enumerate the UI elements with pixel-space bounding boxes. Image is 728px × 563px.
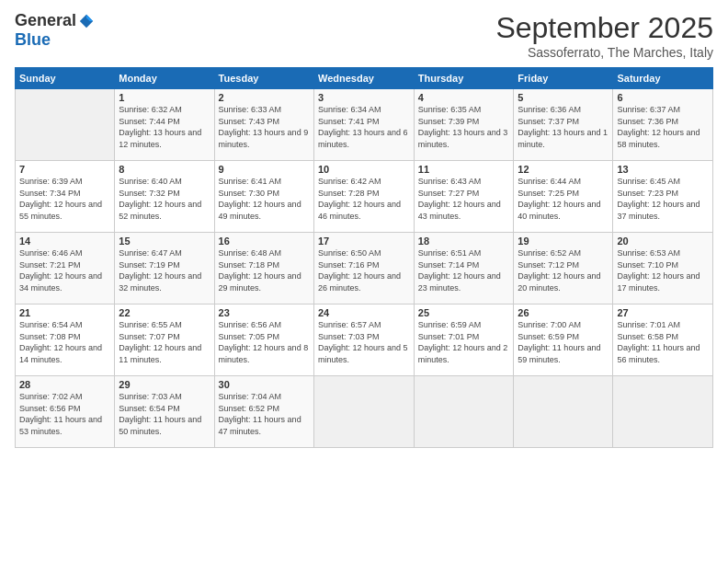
table-row: 17 Sunrise: 6:50 AM Sunset: 7:16 PM Dayl… bbox=[313, 233, 414, 304]
sunset: Sunset: 7:10 PM bbox=[617, 259, 709, 271]
day-info: Sunrise: 6:48 AM Sunset: 7:18 PM Dayligh… bbox=[219, 247, 310, 293]
daylight: Daylight: 12 hours and 40 minutes. bbox=[518, 199, 609, 222]
table-row bbox=[313, 376, 414, 448]
logo-blue: Blue bbox=[15, 30, 51, 50]
table-row: 7 Sunrise: 6:39 AM Sunset: 7:34 PM Dayli… bbox=[16, 161, 115, 233]
week-row-1: 1 Sunrise: 6:32 AM Sunset: 7:44 PM Dayli… bbox=[16, 89, 713, 161]
daylight: Daylight: 11 hours and 56 minutes. bbox=[617, 342, 709, 365]
daylight: Daylight: 12 hours and 37 minutes. bbox=[617, 199, 709, 222]
daylight: Daylight: 12 hours and 52 minutes. bbox=[119, 199, 210, 222]
sunset: Sunset: 7:16 PM bbox=[318, 259, 410, 271]
sunrise: Sunrise: 6:54 AM bbox=[19, 319, 110, 331]
day-info: Sunrise: 6:59 AM Sunset: 7:01 PM Dayligh… bbox=[418, 319, 510, 365]
sunrise: Sunrise: 6:45 AM bbox=[617, 176, 709, 188]
day-info: Sunrise: 7:02 AM Sunset: 6:56 PM Dayligh… bbox=[19, 391, 110, 437]
sunrise: Sunrise: 7:03 AM bbox=[119, 391, 210, 403]
daylight: Daylight: 11 hours and 47 minutes. bbox=[219, 414, 310, 437]
daylight: Daylight: 12 hours and 32 minutes. bbox=[119, 270, 210, 293]
sunset: Sunset: 7:03 PM bbox=[318, 331, 410, 343]
daylight: Daylight: 12 hours and 8 minutes. bbox=[219, 342, 310, 365]
table-row bbox=[16, 89, 115, 161]
table-row: 22 Sunrise: 6:55 AM Sunset: 7:07 PM Dayl… bbox=[115, 304, 214, 376]
sunrise: Sunrise: 6:53 AM bbox=[617, 247, 709, 259]
day-number: 21 bbox=[19, 307, 110, 318]
day-number: 1 bbox=[119, 92, 210, 103]
sunrise: Sunrise: 6:42 AM bbox=[318, 176, 410, 188]
logo-icon bbox=[78, 13, 95, 29]
sunrise: Sunrise: 6:37 AM bbox=[617, 104, 709, 116]
sunset: Sunset: 7:12 PM bbox=[518, 259, 609, 271]
day-info: Sunrise: 6:40 AM Sunset: 7:32 PM Dayligh… bbox=[119, 176, 210, 222]
sunset: Sunset: 6:52 PM bbox=[219, 403, 310, 415]
table-row bbox=[414, 376, 514, 448]
header-tuesday: Tuesday bbox=[214, 68, 313, 89]
day-number: 28 bbox=[19, 379, 110, 390]
sunrise: Sunrise: 6:35 AM bbox=[418, 104, 510, 116]
sunrise: Sunrise: 6:56 AM bbox=[219, 319, 310, 331]
day-number: 23 bbox=[219, 307, 310, 318]
daylight: Daylight: 13 hours and 9 minutes. bbox=[219, 127, 310, 150]
sunrise: Sunrise: 6:57 AM bbox=[318, 319, 410, 331]
sunset: Sunset: 7:01 PM bbox=[418, 331, 510, 343]
day-number: 10 bbox=[318, 164, 410, 175]
day-number: 25 bbox=[418, 307, 510, 318]
sunset: Sunset: 7:08 PM bbox=[19, 331, 110, 343]
sunrise: Sunrise: 7:00 AM bbox=[518, 319, 609, 331]
table-row: 25 Sunrise: 6:59 AM Sunset: 7:01 PM Dayl… bbox=[414, 304, 514, 376]
sunrise: Sunrise: 6:43 AM bbox=[418, 176, 510, 188]
day-info: Sunrise: 6:52 AM Sunset: 7:12 PM Dayligh… bbox=[518, 247, 609, 293]
table-row bbox=[613, 376, 713, 448]
daylight: Daylight: 12 hours and 46 minutes. bbox=[318, 199, 410, 222]
sunrise: Sunrise: 6:48 AM bbox=[219, 247, 310, 259]
sunrise: Sunrise: 6:50 AM bbox=[318, 247, 410, 259]
sunrise: Sunrise: 7:02 AM bbox=[19, 391, 110, 403]
day-info: Sunrise: 6:33 AM Sunset: 7:43 PM Dayligh… bbox=[219, 104, 310, 150]
table-row bbox=[514, 376, 613, 448]
table-row: 19 Sunrise: 6:52 AM Sunset: 7:12 PM Dayl… bbox=[514, 233, 613, 304]
table-row: 12 Sunrise: 6:44 AM Sunset: 7:25 PM Dayl… bbox=[514, 161, 613, 233]
sunset: Sunset: 7:30 PM bbox=[219, 188, 310, 200]
table-row: 6 Sunrise: 6:37 AM Sunset: 7:36 PM Dayli… bbox=[613, 89, 713, 161]
week-row-2: 7 Sunrise: 6:39 AM Sunset: 7:34 PM Dayli… bbox=[16, 161, 713, 233]
logo: General Blue bbox=[15, 11, 95, 50]
day-number: 11 bbox=[418, 164, 510, 175]
day-info: Sunrise: 6:53 AM Sunset: 7:10 PM Dayligh… bbox=[617, 247, 709, 293]
table-row: 10 Sunrise: 6:42 AM Sunset: 7:28 PM Dayl… bbox=[313, 161, 414, 233]
day-number: 12 bbox=[518, 164, 609, 175]
table-row: 28 Sunrise: 7:02 AM Sunset: 6:56 PM Dayl… bbox=[16, 376, 115, 448]
day-number: 8 bbox=[119, 164, 210, 175]
header-wednesday: Wednesday bbox=[313, 68, 414, 89]
sunrise: Sunrise: 6:34 AM bbox=[318, 104, 410, 116]
title-section: September 2025 Sassoferrato, The Marches… bbox=[495, 11, 713, 60]
table-row: 8 Sunrise: 6:40 AM Sunset: 7:32 PM Dayli… bbox=[115, 161, 214, 233]
sunset: Sunset: 7:19 PM bbox=[119, 259, 210, 271]
sunrise: Sunrise: 6:51 AM bbox=[418, 247, 510, 259]
day-info: Sunrise: 7:01 AM Sunset: 6:58 PM Dayligh… bbox=[617, 319, 709, 365]
header-friday: Friday bbox=[514, 68, 613, 89]
sunset: Sunset: 7:37 PM bbox=[518, 116, 609, 128]
day-info: Sunrise: 6:36 AM Sunset: 7:37 PM Dayligh… bbox=[518, 104, 609, 150]
sunrise: Sunrise: 7:04 AM bbox=[219, 391, 310, 403]
month-title: September 2025 bbox=[495, 11, 713, 45]
day-info: Sunrise: 6:57 AM Sunset: 7:03 PM Dayligh… bbox=[318, 319, 410, 365]
day-number: 15 bbox=[119, 236, 210, 247]
day-info: Sunrise: 6:46 AM Sunset: 7:21 PM Dayligh… bbox=[19, 247, 110, 293]
day-info: Sunrise: 6:41 AM Sunset: 7:30 PM Dayligh… bbox=[219, 176, 310, 222]
day-number: 24 bbox=[318, 307, 410, 318]
day-info: Sunrise: 6:37 AM Sunset: 7:36 PM Dayligh… bbox=[617, 104, 709, 150]
page-header: General Blue September 2025 Sassoferrato… bbox=[15, 11, 713, 60]
sunrise: Sunrise: 6:55 AM bbox=[119, 319, 210, 331]
table-row: 1 Sunrise: 6:32 AM Sunset: 7:44 PM Dayli… bbox=[115, 89, 214, 161]
day-number: 6 bbox=[617, 92, 709, 103]
daylight: Daylight: 11 hours and 50 minutes. bbox=[119, 414, 210, 437]
day-info: Sunrise: 6:43 AM Sunset: 7:27 PM Dayligh… bbox=[418, 176, 510, 222]
day-info: Sunrise: 6:42 AM Sunset: 7:28 PM Dayligh… bbox=[318, 176, 410, 222]
daylight: Daylight: 12 hours and 2 minutes. bbox=[418, 342, 510, 365]
daylight: Daylight: 12 hours and 23 minutes. bbox=[418, 270, 510, 293]
sunset: Sunset: 7:14 PM bbox=[418, 259, 510, 271]
day-number: 5 bbox=[518, 92, 609, 103]
day-number: 2 bbox=[219, 92, 310, 103]
daylight: Daylight: 13 hours and 3 minutes. bbox=[418, 127, 510, 150]
daylight: Daylight: 12 hours and 49 minutes. bbox=[219, 199, 310, 222]
table-row: 4 Sunrise: 6:35 AM Sunset: 7:39 PM Dayli… bbox=[414, 89, 514, 161]
